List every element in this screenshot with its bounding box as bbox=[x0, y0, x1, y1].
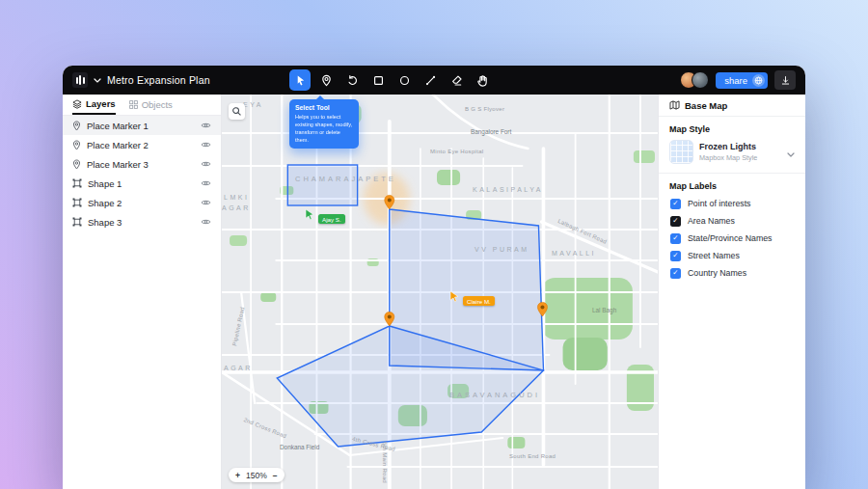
map-style-selector[interactable]: Frozen Lights Mapbox Map Style bbox=[659, 138, 805, 174]
checkbox-checked[interactable] bbox=[670, 199, 681, 209]
document-title: Metro Expansion Plan bbox=[107, 74, 210, 86]
chevron-down-icon[interactable] bbox=[787, 144, 795, 161]
rectangle-tool[interactable] bbox=[367, 69, 389, 91]
tab-layers[interactable]: Layers bbox=[72, 95, 116, 115]
checkbox-label: Point of interests bbox=[688, 199, 751, 208]
shape-icon bbox=[72, 217, 82, 227]
layer-label: Shape 3 bbox=[88, 217, 122, 228]
tooltip-body: Helps you to select existing shapes, mod… bbox=[295, 113, 353, 144]
checkbox-label: Area Names bbox=[688, 216, 735, 226]
map-style-heading: Map Style bbox=[659, 117, 805, 138]
layer-label: Place Marker 1 bbox=[87, 121, 149, 131]
map-base-layer bbox=[222, 95, 658, 489]
layer-row-shape-2[interactable]: Shape 2 bbox=[63, 193, 221, 212]
zoom-out-button[interactable]: − bbox=[273, 471, 278, 480]
checkbox-label: Country Names bbox=[688, 268, 746, 278]
layer-label: Shape 2 bbox=[88, 198, 122, 208]
tooltip-title: Select Tool bbox=[295, 104, 353, 111]
checkbox-row-state-names[interactable]: State/Province Names bbox=[659, 230, 805, 247]
checkbox-label: State/Province Names bbox=[688, 233, 773, 243]
pin-icon bbox=[72, 159, 81, 170]
search-icon bbox=[231, 106, 242, 117]
app-window: Metro Expansion Plan bbox=[63, 66, 805, 489]
zoom-level: 150% bbox=[246, 471, 267, 480]
checkbox-label: Street Names bbox=[688, 251, 740, 260]
checkbox-checked[interactable] bbox=[670, 216, 681, 227]
visibility-eye-icon[interactable] bbox=[201, 160, 211, 168]
map-search-button[interactable] bbox=[229, 103, 245, 120]
checkbox-row-country-names[interactable]: Country Names bbox=[659, 264, 805, 282]
tab-objects-label: Objects bbox=[142, 99, 173, 110]
redo-tool[interactable] bbox=[341, 69, 363, 91]
cursor-arrow-icon bbox=[305, 208, 314, 220]
marker-tool[interactable] bbox=[315, 69, 337, 91]
checkbox-row-area-names[interactable]: Area Names bbox=[659, 212, 805, 230]
tab-objects[interactable]: Objects bbox=[129, 95, 173, 115]
pin-icon bbox=[72, 121, 81, 131]
checkbox-checked[interactable] bbox=[670, 251, 681, 261]
app-logo-icon[interactable] bbox=[72, 72, 88, 88]
visibility-eye-icon[interactable] bbox=[201, 199, 211, 206]
zoom-in-button[interactable]: + bbox=[235, 471, 240, 480]
share-button-label: share bbox=[724, 75, 747, 86]
style-thumbnail bbox=[669, 140, 693, 164]
panel-title: Base Map bbox=[685, 100, 727, 111]
checkbox-row-poi[interactable]: Point of interests bbox=[659, 195, 805, 212]
chevron-down-icon[interactable] bbox=[94, 78, 101, 83]
cursor-arrow-icon bbox=[449, 290, 459, 302]
map-canvas[interactable]: EYA B G S Flyover Bangalore Fort Minto E… bbox=[222, 95, 658, 489]
layer-label: Place Marker 3 bbox=[87, 159, 149, 170]
layer-row-place-marker-2[interactable]: Place Marker 2 bbox=[63, 135, 221, 154]
share-button[interactable]: share bbox=[716, 72, 768, 89]
circle-tool[interactable] bbox=[393, 69, 415, 91]
style-name: Frozen Lights bbox=[699, 142, 757, 151]
select-tool[interactable] bbox=[289, 69, 311, 91]
visibility-eye-icon[interactable] bbox=[201, 218, 211, 226]
style-subtitle: Mapbox Map Style bbox=[699, 153, 757, 162]
map-labels-heading: Map Labels bbox=[659, 174, 805, 195]
pin-icon bbox=[72, 140, 81, 150]
visibility-eye-icon[interactable] bbox=[201, 141, 211, 149]
visibility-eye-icon[interactable] bbox=[201, 179, 211, 187]
basemap-panel: Base Map Map Style Frozen Lights Mapbox … bbox=[658, 95, 805, 489]
top-bar: Metro Expansion Plan bbox=[63, 66, 805, 95]
cursor-name-tag: Ajay S. bbox=[318, 214, 345, 224]
layer-row-place-marker-3[interactable]: Place Marker 3 bbox=[63, 154, 221, 174]
avatar[interactable] bbox=[692, 71, 709, 89]
checkbox-checked[interactable] bbox=[670, 268, 681, 279]
download-button[interactable] bbox=[774, 70, 796, 90]
layer-row-shape-1[interactable]: Shape 1 bbox=[63, 174, 221, 193]
zoom-control: + 150% − bbox=[229, 468, 285, 482]
shape-icon bbox=[72, 198, 82, 207]
shape-icon bbox=[72, 178, 82, 188]
globe-icon bbox=[752, 74, 765, 87]
layer-row-shape-3[interactable]: Shape 3 bbox=[63, 212, 221, 231]
layers-sidebar: Layers Objects Place Marker 1 Place Mark… bbox=[63, 95, 222, 489]
hand-tool[interactable] bbox=[472, 69, 493, 91]
layer-label: Place Marker 2 bbox=[87, 140, 149, 150]
checkbox-checked[interactable] bbox=[670, 233, 681, 244]
collaborator-cursor-claire: Claire M. bbox=[449, 290, 495, 306]
layer-label: Shape 1 bbox=[88, 178, 122, 189]
checkbox-row-street-names[interactable]: Street Names bbox=[659, 247, 805, 264]
tool-bar bbox=[289, 69, 493, 91]
basemap-icon bbox=[669, 100, 680, 110]
eraser-tool[interactable] bbox=[446, 69, 467, 91]
select-tool-tooltip: Select Tool Helps you to select existing… bbox=[289, 99, 359, 149]
cursor-name-tag: Claire M. bbox=[463, 296, 495, 306]
line-tool[interactable] bbox=[420, 69, 441, 91]
visibility-eye-icon[interactable] bbox=[201, 122, 211, 129]
collaborator-cursor-ajay: Ajay S. bbox=[305, 208, 345, 224]
layer-row-place-marker-1[interactable]: Place Marker 1 bbox=[63, 116, 221, 135]
tab-layers-label: Layers bbox=[86, 98, 116, 109]
collaborator-avatars[interactable] bbox=[680, 71, 709, 89]
shape-1-rectangle[interactable] bbox=[287, 165, 357, 205]
